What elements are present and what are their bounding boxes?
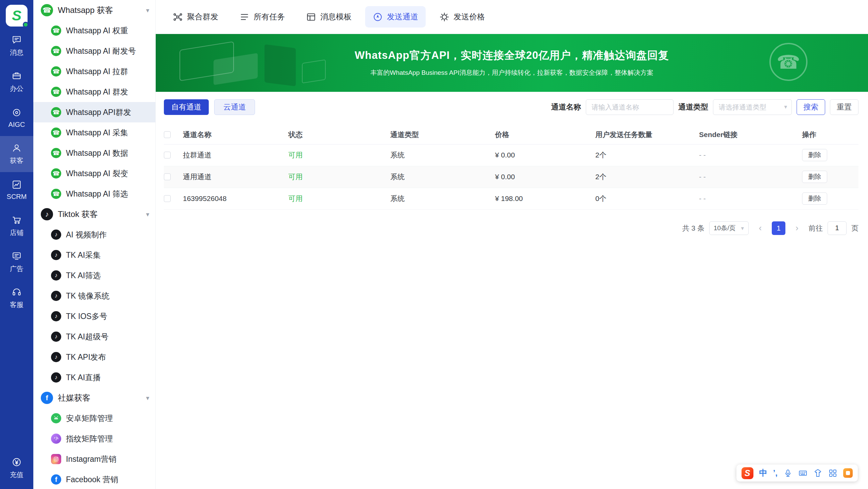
sidebar-item-instagram[interactable]: Instagram营销 <box>33 449 155 469</box>
search-button[interactable]: 搜索 <box>797 99 825 115</box>
mic-icon[interactable] <box>783 469 793 478</box>
tab-send-price[interactable]: 发送价格 <box>432 6 492 28</box>
own-channel-tab[interactable]: 自有通道 <box>164 99 209 115</box>
sidebar-item-android-matrix[interactable]: 安卓矩阵管理 <box>33 408 155 428</box>
rail-item-support[interactable]: 客服 <box>0 280 33 316</box>
rail-item-office[interactable]: 办公 <box>0 64 33 100</box>
sogou-logo-icon[interactable]: S <box>742 467 753 479</box>
sidebar-item[interactable]: ☎Whatsapp AI 裂变 <box>33 163 155 184</box>
sidebar-group-tiktok[interactable]: ♪ Tiktok 获客 ▾ <box>33 204 155 224</box>
extension-icon[interactable] <box>843 468 853 478</box>
goto-page-input[interactable] <box>828 221 847 235</box>
facebook-icon: f <box>51 474 61 485</box>
sidebar-item[interactable]: ♪TK AI直播 <box>33 367 155 388</box>
tiktok-icon: ♪ <box>51 230 61 240</box>
col-header: 操作 <box>802 125 858 144</box>
compass-icon <box>373 12 383 22</box>
col-header: 价格 <box>495 125 595 144</box>
sidebar-item[interactable]: ♪TK IOS多号 <box>33 306 155 326</box>
sidebar-item-label: Whatsapp AI 权重 <box>66 26 128 36</box>
sidebar-item[interactable]: ♪AI 视频制作 <box>33 224 155 245</box>
prev-page-button[interactable]: ‹ <box>753 221 767 235</box>
tab-label: 所有任务 <box>254 12 285 22</box>
rail-item-ads[interactable]: 广告 <box>0 244 33 280</box>
punctuation-toggle[interactable]: ’, <box>773 468 778 478</box>
gear-icon <box>439 12 449 22</box>
banner-title: WhatsApp官方API，实时连接全球20亿用户，精准触达询盘回复 <box>156 48 868 63</box>
app-logo-letter: S <box>12 7 21 24</box>
cell-status: 可用 <box>288 188 390 209</box>
banner-subtitle: 丰富的WhatsApp Business API消息能力，用户持续转化，拉新获客… <box>156 68 868 77</box>
sidebar-item-label: Facebook 营销 <box>66 474 118 485</box>
rail-item-recharge[interactable]: 充值 <box>0 450 33 486</box>
whatsapp-icon: ☎ <box>51 148 61 158</box>
rail-item-acquisition[interactable]: 获客 <box>0 136 33 172</box>
tab-message-template[interactable]: 消息模板 <box>299 6 359 28</box>
cart-icon <box>12 215 22 225</box>
row-checkbox[interactable] <box>164 173 171 180</box>
tab-all-tasks[interactable]: 所有任务 <box>232 6 292 28</box>
cell-sender-link: - - <box>699 144 802 166</box>
row-checkbox[interactable] <box>164 152 171 158</box>
sidebar-item[interactable]: ☎Whatsapp AI 拉群 <box>33 61 155 82</box>
next-page-button[interactable]: › <box>790 221 804 235</box>
sidebar-item[interactable]: ♪TK AI超级号 <box>33 326 155 347</box>
tiktok-icon: ♪ <box>51 270 61 281</box>
template-icon <box>306 12 316 22</box>
sidebar-item[interactable]: ☎Whatsapp AI 权重 <box>33 20 155 41</box>
sidebar-item[interactable]: ☎Whatsapp AI 采集 <box>33 122 155 143</box>
top-tabbar: 聚合群发 所有任务 消息模板 发送通道 发送价格 <box>156 0 868 34</box>
tab-aggregate-send[interactable]: 聚合群发 <box>165 6 226 28</box>
sidebar-item[interactable]: ☎Whatsapp AI 群发 <box>33 82 155 102</box>
whatsapp-icon: ☎ <box>51 189 61 199</box>
cell-tasks: 2个 <box>595 144 699 166</box>
rail-item-scrm[interactable]: SCRM <box>0 172 33 208</box>
rail-item-messages[interactable]: 消息 <box>0 28 33 64</box>
sidebar-item[interactable]: ☎Whatsapp AI 数据 <box>33 143 155 163</box>
channel-panel: 自有通道 云通道 通道名称 通道类型 ▾ 搜索 重置 <box>156 92 868 489</box>
sidebar-item-whatsapp-api-bulk[interactable]: ☎Whatsapp API群发 <box>33 102 155 122</box>
delete-button[interactable]: 删除 <box>802 192 827 205</box>
fingerprint-icon <box>51 434 61 444</box>
sidebar-item-label: TK AI直播 <box>66 372 101 383</box>
cell-status: 可用 <box>288 144 390 166</box>
sidebar-item[interactable]: ♪TK API发布 <box>33 347 155 367</box>
reset-button[interactable]: 重置 <box>830 99 858 115</box>
network-icon <box>173 12 183 22</box>
app-logo[interactable]: S <box>6 5 28 27</box>
online-status-dot <box>23 22 29 28</box>
channel-type-select[interactable] <box>713 99 792 115</box>
page-1-button[interactable]: 1 <box>772 221 785 235</box>
input-mode-toggle[interactable]: 中 <box>759 468 767 478</box>
grid-icon[interactable] <box>828 469 837 478</box>
delete-button[interactable]: 删除 <box>802 171 827 183</box>
sidebar-item[interactable]: ♪TK AI筛选 <box>33 265 155 286</box>
cloud-channel-tab[interactable]: 云通道 <box>214 99 255 115</box>
sidebar-item[interactable]: ♪TK AI采集 <box>33 245 155 265</box>
chevron-down-icon: ▾ <box>146 210 149 218</box>
delete-button[interactable]: 删除 <box>802 149 827 161</box>
cell-type: 系统 <box>390 188 495 209</box>
rail-item-aigc[interactable]: AIGC <box>0 100 33 136</box>
sidebar-item-facebook[interactable]: f Facebook 营销 <box>33 469 155 489</box>
goto-unit-label: 页 <box>851 223 858 233</box>
rail-item-shop[interactable]: 店铺 <box>0 208 33 244</box>
user-icon <box>12 143 22 153</box>
cell-channel-name: 通用通道 <box>183 166 288 188</box>
page-size-select[interactable] <box>709 221 749 235</box>
sidebar-item[interactable]: ☎Whatsapp AI 耐发号 <box>33 41 155 61</box>
select-all-checkbox[interactable] <box>164 131 171 138</box>
skin-icon[interactable] <box>813 469 822 478</box>
sidebar-group-social[interactable]: f 社媒获客 ▾ <box>33 388 155 408</box>
sidebar-group-label: Whatsapp 获客 <box>58 5 113 16</box>
secondary-sidebar: ☎ Whatsapp 获客 ▾ ☎Whatsapp AI 权重 ☎Whatsap… <box>33 0 156 489</box>
row-checkbox[interactable] <box>164 195 171 202</box>
sidebar-item[interactable]: ♪TK 镜像系统 <box>33 286 155 306</box>
sidebar-item[interactable]: ☎Whatsapp AI 筛选 <box>33 184 155 204</box>
channel-name-input[interactable] <box>586 99 674 115</box>
sidebar-group-whatsapp[interactable]: ☎ Whatsapp 获客 ▾ <box>33 0 155 20</box>
keyboard-icon[interactable] <box>798 469 807 478</box>
tab-send-channel[interactable]: 发送通道 <box>365 6 426 28</box>
sidebar-item-fingerprint-matrix[interactable]: 指纹矩阵管理 <box>33 428 155 449</box>
whatsapp-icon: ☎ <box>41 4 53 16</box>
